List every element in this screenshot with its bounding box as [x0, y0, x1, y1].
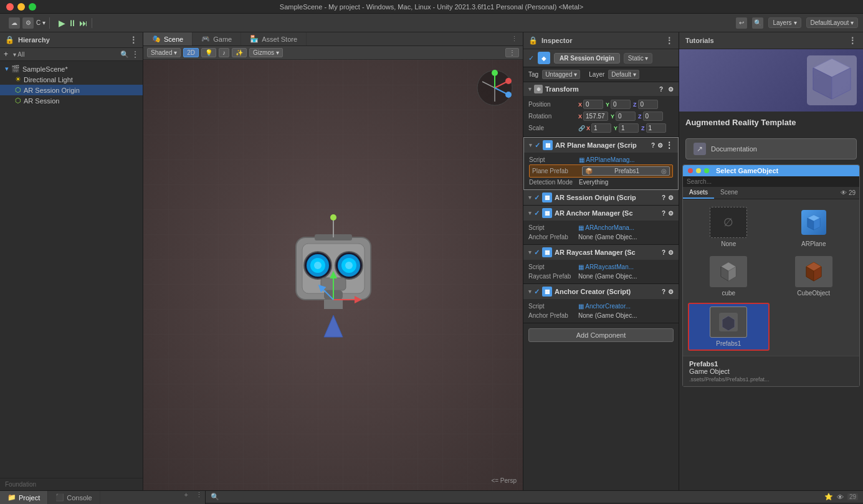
active-checkbox[interactable]: ✓	[528, 54, 534, 62]
svg-point-10	[345, 262, 353, 269]
play-button[interactable]: ▶	[59, 18, 65, 28]
maximize-button[interactable]	[29, 3, 36, 11]
project-panel-options-icon[interactable]: ⋮	[193, 491, 205, 504]
account-btn[interactable]: C ▾	[36, 19, 45, 26]
hierarchy-item-directional-light[interactable]: ☀ Directional Light	[0, 74, 143, 85]
minimize-button[interactable]	[17, 3, 25, 11]
go-item-cubeobject[interactable]: CubeObject	[773, 254, 855, 299]
hierarchy-search-button[interactable]: 🔍	[120, 50, 129, 59]
add-go-button[interactable]: +	[4, 50, 8, 59]
lighting-toggle[interactable]: 💡	[201, 48, 216, 57]
go-tab-assets[interactable]: Assets	[683, 187, 714, 199]
transform-header[interactable]: ▾ ⊕ Transform ? ⚙	[523, 82, 679, 96]
ar-raycast-header[interactable]: ▾ ✓ ▦ AR Raycast Manager (Sc ? ⚙	[523, 245, 679, 260]
scale-z-input[interactable]	[646, 123, 666, 133]
ar-plane-manager-header[interactable]: ▾ ✓ ▦ AR Plane Manager (Scrip ? ⚙ ⋮	[524, 138, 678, 153]
anchor-creator-header[interactable]: ▾ ✓ ▦ Anchor Creator (Script) ? ⚙	[523, 284, 679, 299]
step-button[interactable]: ⏭	[79, 18, 88, 28]
go-tab-scene[interactable]: Scene	[714, 187, 744, 199]
position-z-input[interactable]	[638, 100, 658, 109]
inspector-options-icon[interactable]: ⋮	[665, 36, 674, 45]
add-component-button[interactable]: Add Component	[528, 328, 674, 342]
rotation-y-input[interactable]	[616, 112, 636, 121]
detection-value: Everything	[579, 179, 608, 186]
go-item-prefabs1[interactable]: Prefabs1	[688, 303, 770, 351]
go-search-input[interactable]	[683, 176, 859, 187]
project-panel-add-icon[interactable]: +	[179, 491, 193, 504]
ac-checkbox[interactable]: ✓	[534, 288, 540, 296]
object-name-button[interactable]: AR Session Origin	[554, 53, 620, 64]
2d-toggle[interactable]: 2D	[183, 48, 199, 57]
settings-icon[interactable]: ⚙	[22, 17, 34, 29]
tab-project[interactable]: 📁 Project	[0, 491, 48, 504]
documentation-button[interactable]: ↗ Documentation	[685, 138, 857, 159]
lock-inspector-icon[interactable]: 🔒	[528, 36, 538, 45]
view-options[interactable]: ⋮	[505, 48, 519, 57]
select-go-icon[interactable]: ◎	[661, 168, 667, 174]
tag-dropdown[interactable]: Untagged ▾	[542, 70, 580, 79]
transform-help-icon[interactable]: ?	[659, 86, 663, 93]
ar-plane-active-checkbox[interactable]: ✓	[535, 141, 540, 150]
assets-search-icon[interactable]: 🔍	[211, 493, 219, 501]
scale-y-input[interactable]	[619, 123, 639, 133]
hierarchy-item-ar-session[interactable]: ⬡ AR Session	[0, 95, 143, 106]
static-dropdown[interactable]: Static ▾	[624, 53, 652, 64]
position-y-input[interactable]	[611, 100, 631, 109]
aam-checkbox[interactable]: ✓	[534, 209, 540, 217]
ac-help-icon[interactable]: ?	[662, 288, 665, 295]
arm-checkbox[interactable]: ✓	[534, 249, 540, 257]
arm-settings-icon[interactable]: ⚙	[668, 249, 674, 256]
close-button[interactable]	[6, 3, 14, 11]
ar-plane-help-icon[interactable]: ?	[651, 142, 655, 149]
aso-label: AR Session Origin (Scrip	[555, 194, 636, 201]
hierarchy-item-ar-session-origin[interactable]: ⬡ AR Session Origin	[0, 85, 143, 95]
go-item-none[interactable]: ∅ None	[688, 204, 770, 250]
aso-checkbox[interactable]: ✓	[534, 194, 540, 202]
hierarchy-item-samplescene[interactable]: ▾ 🎬 SampleScene*	[0, 64, 143, 74]
cloud-icon[interactable]: ☁	[9, 17, 20, 29]
hierarchy-options-icon[interactable]: ⋮	[131, 50, 139, 59]
tab-game[interactable]: 🎮 Game	[193, 32, 241, 45]
scale-label: Scale	[528, 125, 578, 131]
ar-plane-script-value: ▦ ARPlaneManag...	[579, 156, 635, 163]
ac-settings-icon[interactable]: ⚙	[668, 288, 674, 295]
layout-dropdown[interactable]: DefaultLayout ▾	[806, 17, 859, 28]
gizmos-dropdown[interactable]: Gizmos ▾	[249, 48, 283, 57]
history-button[interactable]: ↩	[736, 17, 747, 29]
pause-button[interactable]: ⏸	[68, 18, 77, 28]
asset-store-icon-tab: 🏪	[250, 35, 259, 43]
audio-toggle[interactable]: ♪	[219, 48, 229, 57]
scene-options-icon[interactable]: ⋮	[506, 35, 523, 43]
aso-help-icon[interactable]: ?	[662, 194, 665, 201]
lock-icon[interactable]: 🔒	[5, 36, 14, 44]
aso-settings-icon[interactable]: ⚙	[668, 194, 674, 201]
go-item-arplane[interactable]: ARPlane	[773, 204, 855, 250]
shading-dropdown[interactable]: Shaded ▾	[147, 48, 181, 57]
rotation-x-input[interactable]	[583, 112, 608, 121]
position-x-input[interactable]	[583, 100, 603, 109]
ar-session-origin-header[interactable]: ▾ ✓ ▦ AR Session Origin (Scrip ? ⚙	[523, 190, 679, 205]
scene-canvas[interactable]: <= Persp	[143, 60, 523, 490]
aam-settings-icon[interactable]: ⚙	[668, 210, 674, 217]
ar-anchor-header[interactable]: ▾ ✓ ▦ AR Anchor Manager (Sc ? ⚙	[523, 206, 679, 221]
tab-scene[interactable]: 🎭 Scene	[143, 32, 193, 45]
assets-eye-icon[interactable]: 👁	[837, 493, 844, 501]
scale-x-input[interactable]	[591, 123, 611, 133]
assets-favorite-icon[interactable]: ⭐	[824, 493, 833, 501]
layer-dropdown[interactable]: Default ▾	[608, 70, 639, 79]
tab-asset-store[interactable]: 🏪 Asset Store	[241, 32, 307, 45]
dots-menu-icon[interactable]: ⋮	[129, 35, 138, 45]
transform-settings-icon[interactable]: ⚙	[668, 86, 674, 93]
layers-dropdown[interactable]: Layers ▾	[768, 17, 801, 28]
effects-toggle[interactable]: ✨	[232, 48, 247, 57]
aam-help-icon[interactable]: ?	[662, 210, 665, 217]
go-item-cube[interactable]: cube	[688, 254, 770, 299]
rotation-z-input[interactable]	[643, 112, 663, 121]
ar-plane-options-icon[interactable]: ⋮	[665, 141, 673, 150]
search-button[interactable]: 🔍	[752, 17, 763, 29]
tab-console[interactable]: ⬛ Console	[48, 491, 100, 504]
arm-script-label: Script	[528, 264, 578, 270]
tutorials-options-icon[interactable]: ⋮	[848, 36, 857, 45]
ar-plane-settings-icon[interactable]: ⚙	[657, 142, 663, 149]
arm-help-icon[interactable]: ?	[662, 249, 665, 256]
